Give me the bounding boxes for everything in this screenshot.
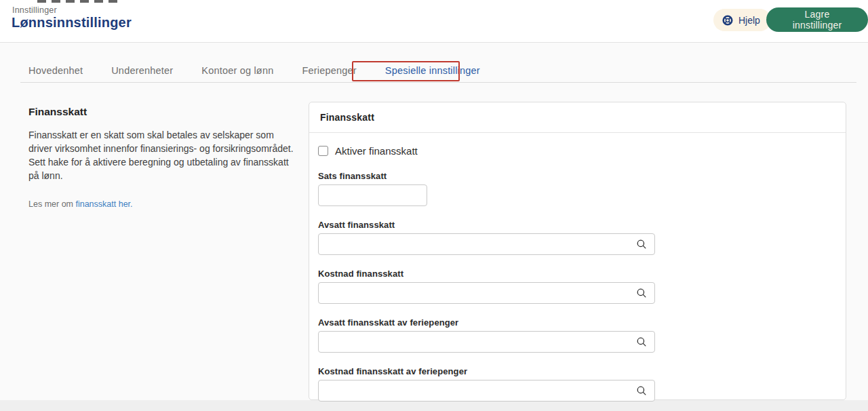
field-sats-finansskatt: Sats finansskatt: [318, 171, 835, 206]
aktiver-finansskatt-checkbox[interactable]: [318, 146, 328, 156]
avsatt-finansskatt-feriepenger-input[interactable]: [318, 331, 655, 353]
field-avsatt-finansskatt-feriepenger: Avsatt finansskatt av feriepenger: [318, 317, 835, 353]
page-header: Innstillinger Lønnsinnstillinger Hjelp L…: [0, 0, 868, 43]
help-button-label: Hjelp: [738, 15, 760, 26]
field-avsatt-finansskatt: Avsatt finansskatt: [318, 220, 835, 255]
page-title: Lønnsinnstillinger: [12, 15, 132, 31]
help-button[interactable]: Hjelp: [713, 9, 771, 31]
info-panel: Finansskatt Finansskatt er en skatt som …: [28, 106, 300, 209]
sats-finansskatt-input[interactable]: [318, 184, 427, 206]
card-title: Finansskatt: [320, 112, 374, 123]
tab-hovedenhet[interactable]: Hovedenhet: [28, 62, 83, 84]
read-more-line: Les mer om finansskatt her.: [28, 199, 300, 209]
tab-feriepenger[interactable]: Feriepenger: [302, 62, 356, 84]
tab-bar: Hovedenhet Underenheter Kontoer og lønn …: [20, 62, 856, 83]
kostnad-finansskatt-feriepenger-input[interactable]: [318, 380, 655, 402]
info-panel-description: Finansskatt er en skatt som skal betales…: [28, 128, 298, 182]
kostnad-finansskatt-feriepenger-label: Kostnad finansskatt av feriepenger: [318, 366, 835, 376]
tab-kontoer-og-lonn[interactable]: Kontoer og lønn: [201, 62, 273, 84]
sats-finansskatt-label: Sats finansskatt: [318, 171, 835, 181]
info-panel-heading: Finansskatt: [28, 106, 300, 118]
save-button-label: Lagre innstillinger: [780, 9, 854, 31]
aktiver-finansskatt-row: Aktiver finansskatt: [318, 145, 835, 157]
aktiver-finansskatt-label: Aktiver finansskatt: [335, 145, 418, 157]
card-body: Aktiver finansskatt Sats finansskatt Avs…: [309, 133, 846, 402]
read-more-prefix: Les mer om: [28, 199, 75, 209]
save-settings-button[interactable]: Lagre innstillinger: [766, 7, 868, 32]
field-kostnad-finansskatt: Kostnad finansskatt: [318, 269, 835, 304]
card-header: Finansskatt: [309, 102, 846, 133]
avsatt-finansskatt-feriepenger-label: Avsatt finansskatt av feriepenger: [318, 317, 835, 328]
finansskatt-link[interactable]: finansskatt her.: [75, 199, 132, 209]
breadcrumb[interactable]: Innstillinger: [12, 5, 57, 15]
tab-underenheter[interactable]: Underenheter: [111, 62, 173, 84]
kostnad-finansskatt-label: Kostnad finansskatt: [318, 269, 835, 279]
clipped-text-artifact: [37, 0, 120, 3]
avsatt-finansskatt-label: Avsatt finansskatt: [318, 220, 835, 230]
finansskatt-card: Finansskatt Aktiver finansskatt Sats fin…: [309, 102, 846, 400]
life-buoy-icon: [722, 14, 734, 26]
settings-page: Innstillinger Lønnsinnstillinger Hjelp L…: [0, 0, 868, 400]
field-kostnad-finansskatt-feriepenger: Kostnad finansskatt av feriepenger: [318, 366, 835, 402]
tab-spesielle-innstillinger[interactable]: Spesielle innstillinger: [385, 62, 480, 84]
kostnad-finansskatt-input[interactable]: [318, 282, 655, 304]
avsatt-finansskatt-input[interactable]: [318, 233, 655, 255]
